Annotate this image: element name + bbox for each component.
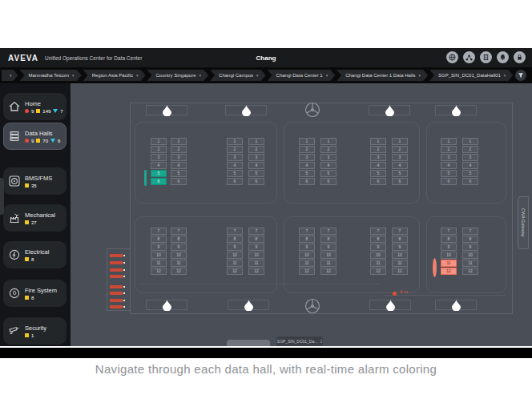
rack-bottom-g3-c1-8[interactable]: 8 (299, 236, 315, 243)
pdu-alarm-bar-1[interactable] (110, 254, 123, 257)
rack-bottom-g4-c2-10[interactable]: 10 (392, 252, 408, 259)
rack-top-g3-c2-2[interactable]: 2 (320, 146, 337, 153)
rack-bottom-g2-c2-7[interactable]: 7 (248, 228, 264, 235)
rack-bottom-g3-c2-11[interactable]: 11 (320, 260, 337, 267)
pdu-alarm-bar-2[interactable] (110, 261, 123, 264)
rack-top-g2-c1-2[interactable]: 2 (227, 146, 243, 153)
rack-top-g2-c1-6[interactable]: 6 (227, 178, 243, 185)
rack-bottom-g4-c1-12[interactable]: 12 (370, 268, 386, 275)
rack-bottom-g5-c1-11[interactable]: 11 (441, 260, 457, 267)
rack-bottom-g5-c2-11[interactable]: 11 (462, 260, 478, 267)
rack-top-g4-c2-4[interactable]: 4 (392, 162, 408, 169)
rack-top-g1-c2-4[interactable]: 4 (171, 162, 187, 169)
rack-bottom-g3-c1-7[interactable]: 7 (299, 228, 315, 235)
rack-top-g3-c1-5[interactable]: 5 (299, 170, 315, 177)
rack-top-g2-c1-1[interactable]: 1 (227, 138, 243, 145)
rack-bottom-g3-c2-9[interactable]: 9 (320, 244, 337, 251)
rack-top-g5-c2-4[interactable]: 4 (462, 162, 478, 169)
rack-bottom-g5-c2-7[interactable]: 7 (462, 228, 478, 235)
breadcrumb-item-4[interactable]: Changi Data Center 1▾ (268, 70, 336, 81)
pdu-alarm-bar-8[interactable] (110, 305, 123, 308)
breadcrumb-item-0[interactable]: Manmadha Telcom▾ (20, 70, 82, 81)
pdu-alarm-bar-3[interactable] (110, 268, 123, 272)
rack-bottom-g2-c2-12[interactable]: 12 (248, 268, 264, 275)
breadcrumb-item-5[interactable]: Changi Data Center 1 Data Halls▾ (337, 70, 428, 81)
rack-top-g1-c1-3[interactable]: 3 (151, 154, 167, 161)
rack-bottom-g4-c1-9[interactable]: 9 (370, 244, 386, 251)
rack-bottom-g1-c2-7[interactable]: 7 (171, 228, 187, 235)
rack-bottom-g1-c1-12[interactable]: 12 (151, 268, 167, 275)
breadcrumb-stub[interactable]: ▾ (2, 70, 18, 81)
rack-bottom-g5-c2-9[interactable]: 9 (462, 244, 478, 251)
rack-top-g5-c1-6[interactable]: 6 (441, 178, 457, 185)
rack-bottom-g4-c2-9[interactable]: 9 (392, 244, 408, 251)
rack-top-g1-c1-6[interactable]: 6 (151, 178, 167, 185)
rack-top-g1-c1-1[interactable]: 1 (151, 138, 167, 145)
rack-bottom-g5-c1-12[interactable]: 12 (441, 268, 457, 275)
sidebar-collapse-handle[interactable] (0, 178, 4, 215)
rack-bottom-g5-c2-10[interactable]: 10 (462, 252, 478, 259)
rack-top-g5-c1-3[interactable]: 3 (441, 154, 457, 161)
cwa-gateway-tab[interactable]: CWA Gateway (518, 196, 529, 249)
breadcrumb-item-3[interactable]: Changi Campus▾ (210, 70, 266, 81)
rack-bottom-g1-c2-11[interactable]: 11 (171, 260, 187, 267)
rack-top-g1-c1-2[interactable]: 2 (151, 146, 167, 153)
sidebar-item-fire-system[interactable]: Fire System8 (3, 280, 66, 307)
rack-top-g1-c2-3[interactable]: 3 (171, 154, 187, 161)
rack-top-g4-c1-5[interactable]: 5 (370, 170, 386, 177)
rack-bottom-g4-c2-12[interactable]: 12 (392, 268, 408, 275)
sidebar-item-security[interactable]: Security1 (3, 317, 66, 345)
rack-bottom-g4-c1-10[interactable]: 10 (370, 252, 386, 259)
rack-top-g5-c2-1[interactable]: 1 (462, 138, 478, 145)
leak-sensor-icon[interactable] (163, 300, 171, 314)
lock-icon[interactable] (514, 51, 526, 63)
bottom-dock-tab[interactable] (227, 340, 270, 346)
pdu-alarm-bar-5[interactable] (110, 285, 123, 288)
rack-top-g2-c1-5[interactable]: 5 (227, 170, 243, 177)
sidebar-item-electrical[interactable]: Electrical8 (3, 241, 66, 268)
rack-bottom-g3-c1-10[interactable]: 10 (299, 252, 315, 259)
rack-top-g1-c1-5[interactable]: 5 (151, 170, 167, 177)
rack-bottom-g2-c2-9[interactable]: 9 (248, 244, 264, 251)
rack-top-g4-c2-2[interactable]: 2 (392, 146, 408, 153)
rack-bottom-g4-c1-7[interactable]: 7 (370, 228, 386, 235)
rack-bottom-g3-c2-10[interactable]: 10 (320, 252, 337, 259)
breadcrumb-item-6[interactable]: SGP_SIN_DC01_DataHall01▾ (429, 70, 513, 81)
rack-bottom-g1-c2-10[interactable]: 10 (171, 252, 187, 259)
rack-top-g4-c2-3[interactable]: 3 (392, 154, 408, 161)
rack-top-g4-c2-1[interactable]: 1 (392, 138, 408, 145)
rack-top-g3-c2-6[interactable]: 6 (320, 178, 337, 185)
leak-sensor-icon[interactable] (242, 105, 251, 119)
rack-bottom-g1-c2-12[interactable]: 12 (171, 268, 187, 275)
rack-top-g2-c1-3[interactable]: 3 (227, 154, 243, 161)
rack-top-g3-c1-2[interactable]: 2 (299, 146, 315, 153)
fan-unit-icon-1[interactable] (304, 298, 320, 317)
rack-top-g5-c2-6[interactable]: 6 (462, 178, 478, 185)
rack-top-g2-c2-6[interactable]: 6 (248, 178, 264, 185)
rack-top-g1-c2-2[interactable]: 2 (171, 146, 187, 153)
sidebar-item-mechanical[interactable]: Mechanical27 (3, 204, 66, 232)
rack-top-g3-c2-1[interactable]: 1 (320, 138, 337, 145)
rack-top-g3-c2-3[interactable]: 3 (320, 154, 337, 161)
datahall-dock-tab[interactable]: SGP_SIN_DC01_Da...2 (276, 337, 323, 346)
rack-bottom-g3-c1-9[interactable]: 9 (299, 244, 315, 251)
rack-top-g1-c2-6[interactable]: 6 (171, 178, 187, 185)
rack-bottom-g5-c1-7[interactable]: 7 (441, 228, 457, 235)
rack-bottom-g3-c2-12[interactable]: 12 (320, 268, 337, 275)
rack-top-g1-c2-5[interactable]: 5 (171, 170, 187, 177)
rack-bottom-g1-c1-8[interactable]: 8 (151, 236, 167, 243)
rack-bottom-g1-c1-10[interactable]: 10 (151, 252, 167, 259)
leak-sensor-icon[interactable] (385, 105, 394, 119)
pdu-alarm-bar-6[interactable] (110, 292, 123, 295)
rack-top-g3-c1-4[interactable]: 4 (299, 162, 315, 169)
rack-bottom-g2-c2-10[interactable]: 10 (248, 252, 264, 259)
rack-bottom-g4-c1-11[interactable]: 11 (370, 260, 386, 267)
rack-top-g1-c1-4[interactable]: 4 (151, 162, 167, 169)
sidebar-item-home[interactable]: Home91497 (3, 93, 66, 120)
breadcrumb-item-2[interactable]: Country Singapore▾ (147, 70, 209, 81)
rack-top-g4-c1-6[interactable]: 6 (370, 178, 386, 185)
rack-top-g1-c2-1[interactable]: 1 (171, 138, 187, 145)
rack-top-g4-c1-3[interactable]: 3 (370, 154, 386, 161)
rack-bottom-g1-c2-8[interactable]: 8 (171, 236, 187, 243)
rack-top-g3-c2-4[interactable]: 4 (320, 162, 337, 169)
